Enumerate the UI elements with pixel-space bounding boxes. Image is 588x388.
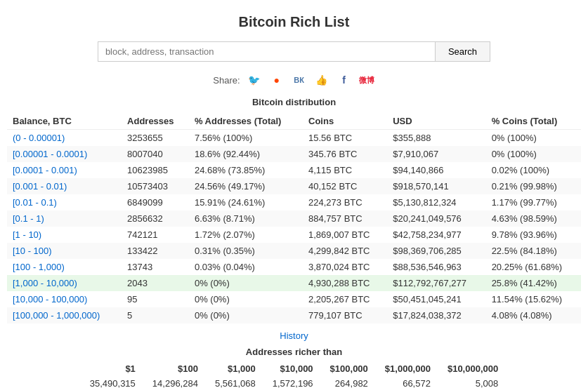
col-pct-coins: % Coins (Total) [486,113,581,130]
table-header-row: Balance, BTC Addresses % Addresses (Tota… [7,113,581,130]
table-row: [100,000 - 1,000,000)50% (0%)779,107 BTC… [7,307,581,323]
richer-title: Addresses richer than [7,347,581,357]
share-label: Share: [213,75,240,86]
richer-value-cell: 5,008 [439,376,507,388]
table-row: [1,000 - 10,000)20430% (0%)4,930,288 BTC… [7,275,581,291]
richer-header-cell: $1,000 [207,361,264,376]
page-title: Bitcoin Rich List [7,14,581,30]
richer-value-cell: 1,572,196 [264,376,322,388]
reddit-icon[interactable]: ● [268,72,285,88]
facebook-icon[interactable]: f [336,72,353,88]
richer-header-cell: $10,000,000 [439,361,507,376]
richer-value-cell: 5,561,068 [207,376,264,388]
col-usd: USD [387,113,485,130]
col-balance: Balance, BTC [7,113,122,130]
table-row: [0.001 - 0.01)1057340324.56% (49.17%)40,… [7,178,581,194]
search-button[interactable]: Search [435,41,490,62]
twitter-icon[interactable]: 🐦 [246,72,263,88]
richer-value-cell: 66,572 [377,376,439,388]
distribution-title: Bitcoin distribution [7,97,581,107]
richer-section: Addresses richer than $1$100$1,000$10,00… [7,347,581,388]
richer-value-cell: 264,982 [322,376,377,388]
table-row: [0.0001 - 0.001)1062398524.68% (73.85%)4… [7,162,581,178]
search-input[interactable] [98,41,435,62]
weibo-icon[interactable]: 微博 [358,72,375,88]
richer-header-cell: $10,000 [264,361,322,376]
share-bar: Share: 🐦 ● ВК 👍 f 微博 [7,72,581,88]
table-row: [0.00001 - 0.0001)800704018.6% (92.44%)3… [7,146,581,162]
distribution-table: Balance, BTC Addresses % Addresses (Tota… [7,113,581,323]
table-row: [0.01 - 0.1)684909915.91% (24.61%)224,27… [7,194,581,210]
table-row: [10 - 100)1334220.31% (0.35%)4,299,842 B… [7,243,581,259]
richer-table: $1$100$1,000$10,000$100,000$1,000,000$10… [81,361,507,388]
vk-icon[interactable]: ВК [291,72,308,88]
table-row: [100 - 1,000)137430.03% (0.04%)3,870,024… [7,259,581,275]
col-coins: Coins [303,113,387,130]
richer-value-cell: 35,490,315 [81,376,144,388]
search-bar: Search [7,41,581,62]
richer-header-cell: $1 [81,361,144,376]
col-pct-addr: % Addresses (Total) [189,113,303,130]
richer-header-cell: $1,000,000 [377,361,439,376]
richer-header-cell: $100,000 [322,361,377,376]
richer-value-cell: 14,296,284 [144,376,207,388]
col-addresses: Addresses [122,113,189,130]
table-row: [0.1 - 1)28566326.63% (8.71%)884,757 BTC… [7,210,581,227]
richer-values-row: 35,490,31514,296,2845,561,0681,572,19626… [81,376,507,388]
richer-header-row: $1$100$1,000$10,000$100,000$1,000,000$10… [81,361,507,376]
table-row: [1 - 10)7421211.72% (2.07%)1,869,007 BTC… [7,227,581,243]
history-section: History [7,330,581,341]
table-row: [10,000 - 100,000)950% (0%)2,205,267 BTC… [7,291,581,307]
table-row: (0 - 0.00001)32536557.56% (100%)15.56 BT… [7,130,581,147]
richer-header-cell: $100 [144,361,207,376]
like-icon[interactable]: 👍 [313,72,330,88]
history-link[interactable]: History [280,330,308,341]
